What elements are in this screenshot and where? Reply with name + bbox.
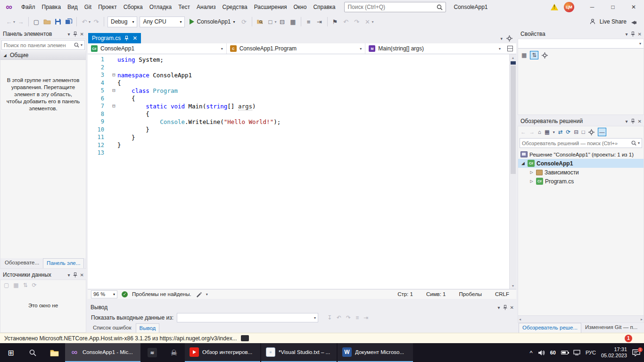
close-icon[interactable]: ✕ xyxy=(80,32,84,37)
live-share-label[interactable]: Live Share xyxy=(600,18,627,25)
close-button[interactable]: ✕ xyxy=(623,0,644,14)
comment-icon[interactable]: ⊟ xyxy=(277,16,288,27)
outline-caret-icon[interactable]: ▾ xyxy=(275,20,277,24)
taskbar-game-icon[interactable]: ≋ xyxy=(141,343,163,362)
collapse-all-icon[interactable]: ⊟ xyxy=(574,129,578,135)
menu-project[interactable]: Проект xyxy=(95,0,120,14)
editor-vertical-scrollbar[interactable]: ▴ ▾ xyxy=(509,54,516,289)
file-explorer-icon[interactable] xyxy=(43,343,65,362)
output-source-dropdown[interactable]: ▾ xyxy=(177,313,318,322)
tab-solution-explorer[interactable]: Обозреватель реше... xyxy=(519,323,581,333)
add-data-source-icon[interactable]: ▢ xyxy=(4,282,9,288)
tree-row-program-cs[interactable]: ▷ C# Program.cs xyxy=(518,177,644,186)
indent-icon[interactable]: ≡ xyxy=(304,16,314,27)
scroll-down-icon[interactable]: ▾ xyxy=(512,282,514,289)
minimize-button[interactable]: ─ xyxy=(582,0,603,14)
close-icon[interactable]: ✕ xyxy=(80,272,84,278)
avatar[interactable]: ЦМ xyxy=(564,2,574,12)
member-dropdown[interactable]: M Main(string[] args) ▾ xyxy=(365,43,504,54)
pin-icon[interactable] xyxy=(73,32,77,37)
code-line[interactable]: 2 xyxy=(88,64,509,72)
undo-caret-icon[interactable]: ▾ xyxy=(89,20,91,24)
back-caret-icon[interactable]: ▾ xyxy=(13,20,15,24)
taskbar-task-word[interactable]: W Документ Microso... xyxy=(338,343,413,362)
solution-search-box[interactable]: ▾ xyxy=(520,138,642,148)
refresh-data-source-icon[interactable]: ⟳ xyxy=(32,282,37,288)
code-line[interactable]: 1using System; xyxy=(88,56,509,64)
bookmark-icon[interactable]: ⚑ xyxy=(330,16,340,27)
chevron-down-icon[interactable]: ▾ xyxy=(626,32,628,37)
forward-icon[interactable]: → xyxy=(529,129,535,135)
pin-icon[interactable] xyxy=(631,119,635,124)
platform-dropdown[interactable]: Any CPU ▾ xyxy=(140,16,185,27)
menu-git[interactable]: Git xyxy=(81,0,95,14)
back-icon[interactable]: ← xyxy=(520,129,526,135)
properties-object-dropdown[interactable]: ▾ xyxy=(518,39,644,49)
outdent-icon[interactable]: ⇥ xyxy=(314,16,325,27)
show-all-files-toggle[interactable]: — xyxy=(598,128,606,136)
start-debugging-button[interactable]: ConsoleApp1 ▾ xyxy=(186,16,238,27)
health-check-icon[interactable]: ✓ xyxy=(122,291,128,297)
gear-icon[interactable] xyxy=(542,52,548,58)
scroll-right-icon[interactable]: ▸ xyxy=(641,317,643,321)
clear-output-icon[interactable]: ≡ xyxy=(355,314,359,321)
type-dropdown[interactable]: C ConsoleApp1.Program ▾ xyxy=(227,43,366,54)
zoom-dropdown[interactable]: 96 % ▾ xyxy=(91,290,117,298)
volume-icon[interactable] xyxy=(538,350,545,356)
taskbar-skull-icon[interactable]: ☠ xyxy=(163,343,185,362)
tab-toolbox[interactable]: Панель эле... xyxy=(43,258,84,268)
close-tab-icon[interactable]: ✕ xyxy=(132,35,137,41)
document-list-caret-icon[interactable]: ▾ xyxy=(500,36,503,41)
battery-icon[interactable] xyxy=(561,351,568,354)
close-icon[interactable]: ✕ xyxy=(638,119,642,124)
hot-reload-icon[interactable]: ⟳ xyxy=(239,16,249,27)
navigate-forward-icon[interactable]: → xyxy=(16,16,26,27)
tree-row-solution[interactable]: Решение "ConsoleApp1" (проекты: 1 из 1) xyxy=(518,150,644,159)
properties-header[interactable]: Свойства ▾ ✕ xyxy=(518,29,644,39)
notification-info-bar[interactable]: Установлено Microsoft.NETCore.App.Host.w… xyxy=(0,333,644,343)
code-line[interactable]: 7⊟ static void Main(string[] args) xyxy=(88,102,509,110)
save-all-icon[interactable] xyxy=(64,16,74,27)
code-line[interactable]: 4{ xyxy=(88,79,509,87)
code-line[interactable]: 11 } xyxy=(88,133,509,141)
gear-icon[interactable] xyxy=(506,35,512,41)
redo-icon[interactable]: ↷ xyxy=(91,16,101,27)
sync-active-document-icon[interactable]: ⇄ xyxy=(558,129,563,135)
chevron-down-icon[interactable]: ▾ xyxy=(553,130,555,134)
live-share-icon[interactable] xyxy=(589,18,596,25)
pin-icon[interactable] xyxy=(631,32,635,37)
code-editor[interactable]: 1using System;23⊟namespace ConsoleApp14{… xyxy=(88,54,516,289)
chevron-down-icon[interactable]: ▾ xyxy=(498,305,500,310)
tab-solution-explorer-left[interactable]: Обозревате... xyxy=(1,258,42,268)
toolbox-header[interactable]: Панель элементов ▾ ✕ xyxy=(0,29,86,39)
split-editor-button[interactable] xyxy=(504,43,516,54)
fold-collapse-icon[interactable]: ⊟ xyxy=(110,102,117,110)
menu-test[interactable]: Тест xyxy=(175,0,193,14)
collapsed-icon[interactable]: ▷ xyxy=(529,179,534,183)
clock[interactable]: 17:31 05.02.2023 xyxy=(601,346,627,359)
word-wrap-icon[interactable]: ⇥ xyxy=(363,314,368,321)
status-eol[interactable]: CRLF xyxy=(495,291,509,297)
solution-explorer-header[interactable]: Обозреватель решений ▾ ✕ xyxy=(518,116,644,126)
code-line[interactable]: 8 { xyxy=(88,110,509,118)
taskbar-task-youtube[interactable]: Обзор интегриров... xyxy=(185,343,260,362)
code-lines[interactable]: 1using System;23⊟namespace ConsoleApp14{… xyxy=(88,54,509,289)
menu-help[interactable]: Справка xyxy=(310,0,339,14)
feedback-icon[interactable] xyxy=(630,19,637,25)
data-sources-header[interactable]: Источники данных ▾ ✕ xyxy=(0,270,86,280)
solution-search-input[interactable] xyxy=(522,140,630,146)
menu-file[interactable]: Файл xyxy=(18,0,39,14)
chevron-down-icon[interactable]: ▾ xyxy=(68,32,70,37)
chevron-down-icon[interactable]: ▾ xyxy=(81,43,83,47)
menu-window[interactable]: Окно xyxy=(290,0,310,14)
chevron-down-icon[interactable]: ▾ xyxy=(626,119,628,124)
toolbox-group-general[interactable]: ◢ Общие xyxy=(0,51,86,60)
code-line[interactable]: 9 Console.WriteLine("Hello World!"); xyxy=(88,118,509,126)
taskbar-task-notepad[interactable]: ≡ *Visual Studio.txt – ... xyxy=(261,343,337,362)
home-icon[interactable]: ⌂ xyxy=(538,129,541,135)
pencil-icon[interactable] xyxy=(196,291,202,297)
refresh-icon[interactable]: ⟳ xyxy=(566,129,570,135)
edit-data-source-icon[interactable]: ▦ xyxy=(13,282,18,288)
maximize-button[interactable]: □ xyxy=(603,0,623,14)
taskbar-search-icon[interactable] xyxy=(22,343,43,362)
